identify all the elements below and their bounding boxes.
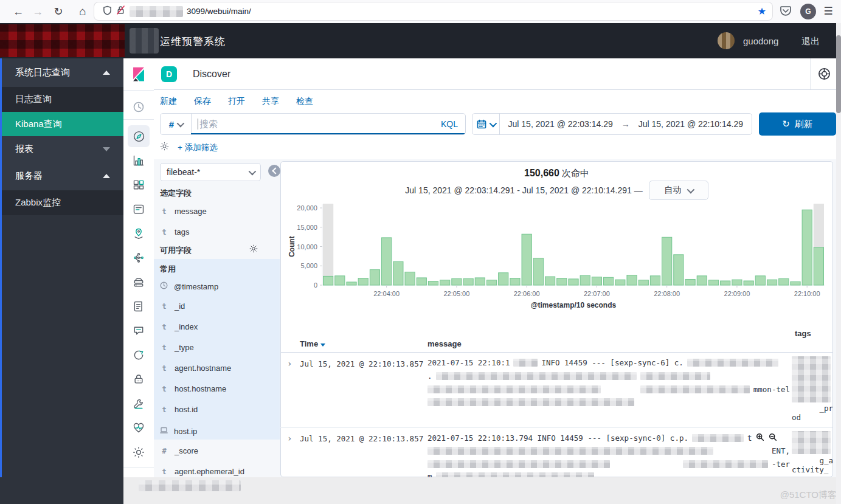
hash-label: # — [169, 119, 174, 129]
histogram-chart[interactable]: 05,00010,00015,00020,00022:04:0022:05:00… — [286, 203, 828, 311]
insecure-lock-icon[interactable] — [117, 5, 125, 17]
clock-icon — [160, 281, 168, 292]
field-item-index[interactable]: t _index — [160, 322, 269, 331]
column-header-time[interactable]: Time — [300, 339, 325, 348]
discover-compass-icon[interactable] — [128, 125, 150, 147]
kql-button[interactable]: KQL — [434, 119, 465, 129]
filter-for-value-icon[interactable] — [756, 433, 764, 443]
kibana-logo[interactable] — [128, 63, 150, 85]
add-filter-button[interactable]: + 添加筛选 — [178, 142, 218, 153]
help-icon[interactable] — [817, 67, 831, 83]
field-item-host-ip[interactable]: host.ip — [160, 426, 269, 437]
dashboard-icon[interactable] — [128, 174, 150, 196]
index-pattern-select[interactable]: filebeat-* — [160, 163, 261, 181]
field-item-message[interactable]: t message — [160, 207, 269, 216]
column-header-message[interactable]: message — [427, 339, 462, 348]
field-item-score[interactable]: # _score — [160, 446, 269, 455]
expand-row-chevron[interactable]: › — [287, 433, 292, 443]
management-gear-icon[interactable] — [128, 441, 150, 463]
sidebar-item-syslog-group[interactable]: 系统日志查询 — [0, 58, 123, 87]
column-header-tags[interactable]: tags — [795, 329, 811, 338]
devtools-wrench-icon[interactable] — [128, 393, 150, 415]
sidebar-item-log-query[interactable]: 日志查询 — [0, 87, 123, 112]
sidebar-item-label: 报表 — [15, 143, 33, 155]
user-avatar[interactable] — [718, 32, 735, 49]
browser-menu-icon[interactable]: ☰ — [820, 0, 837, 23]
filter-bar: + 添加筛选 — [160, 142, 218, 153]
search-input[interactable]: 搜索 — [192, 114, 434, 134]
chart-subtitle-row: Jul 15, 2021 @ 22:03:14.291 - Jul 15, 20… — [280, 181, 833, 200]
chevron-down-icon — [103, 147, 110, 151]
logout-button[interactable]: 退出 — [801, 36, 820, 47]
field-item-host-id[interactable]: t host.id — [160, 405, 269, 414]
bookmark-star-icon[interactable]: ★ — [758, 5, 766, 17]
field-item-type[interactable]: t _type — [160, 343, 269, 352]
browser-reload-button[interactable]: ↻ — [50, 0, 67, 23]
canvas-icon[interactable] — [128, 198, 150, 220]
uptime-icon[interactable] — [128, 344, 150, 366]
expand-row-chevron[interactable]: › — [287, 359, 292, 368]
sidebar-item-label: 系统日志查询 — [15, 67, 70, 78]
header-username[interactable]: guodong — [743, 36, 778, 46]
available-fields-header: 可用字段 — [160, 245, 192, 256]
field-item-host-hostname[interactable]: t host.hostname — [160, 384, 269, 393]
pocket-icon[interactable] — [780, 5, 792, 19]
message-fragment: mmon-tel — [753, 385, 790, 394]
siem-lock-icon[interactable] — [128, 368, 150, 390]
sidebar-item-reports-group[interactable]: 报表 — [0, 136, 123, 162]
browser-home-button[interactable]: ⌂ — [74, 0, 91, 23]
index-pattern-name: filebeat-* — [167, 167, 249, 177]
calendar-dropdown[interactable] — [472, 114, 500, 134]
refresh-label: 刷新 — [795, 119, 813, 130]
browser-back-button[interactable]: ← — [10, 0, 27, 23]
search-placeholder: 搜索 — [199, 119, 218, 130]
field-item-tags[interactable]: t tags — [160, 227, 269, 236]
field-item-agent-ephemeral-id[interactable]: t agent.ephemeral_id — [160, 467, 269, 476]
field-item-id[interactable]: t _id — [160, 302, 269, 311]
sidebar-item-kibana-query[interactable]: Kibana查询 — [0, 112, 123, 136]
metrics-icon[interactable] — [128, 271, 150, 293]
sort-desc-icon — [320, 343, 325, 347]
interval-select[interactable]: 自动 — [649, 181, 708, 200]
svg-text:@timestamp/10 seconds: @timestamp/10 seconds — [531, 301, 617, 309]
site-watermark: @51CTO博客 — [780, 489, 837, 501]
new-button[interactable]: 新建 — [160, 96, 177, 107]
recent-items-icon[interactable] — [128, 96, 150, 118]
stack-monitoring-icon[interactable] — [128, 417, 150, 439]
time-range-start[interactable]: Jul 15, 2021 @ 22:03:14.29 — [500, 119, 621, 129]
chart-range-text: Jul 15, 2021 @ 22:03:14.291 - Jul 15, 20… — [405, 185, 642, 195]
filter-gear-icon[interactable] — [160, 142, 169, 153]
sidebar-item-servers-group[interactable]: 服务器 — [0, 162, 123, 190]
tracking-shield-icon[interactable] — [103, 5, 112, 18]
filter-set-dropdown[interactable]: # — [161, 114, 192, 134]
time-range-picker: Jul 15, 2021 @ 22:03:14.29 → Jul 15, 202… — [472, 113, 752, 135]
refresh-button[interactable]: ↻ 刷新 — [759, 112, 836, 136]
browser-urlbar[interactable]: 3099/webui/main/ ★ — [94, 2, 772, 20]
open-button[interactable]: 打开 — [228, 96, 245, 107]
browser-forward-button[interactable]: → — [29, 0, 46, 23]
svg-text:22:07:00: 22:07:00 — [584, 290, 610, 297]
collapse-sidebar-button[interactable] — [268, 165, 280, 177]
machine-learning-icon[interactable] — [128, 247, 150, 269]
scrollbar-thumb[interactable] — [836, 35, 841, 113]
visualize-icon[interactable] — [128, 150, 150, 171]
save-button[interactable]: 保存 — [194, 96, 211, 107]
breadcrumb: Discover — [193, 69, 230, 80]
field-type-badge: # — [160, 447, 168, 455]
time-range-end[interactable]: Jul 15, 2021 @ 22:10:14.29 — [630, 119, 752, 129]
filter-out-value-icon[interactable] — [769, 433, 777, 443]
field-item-agent-hostname[interactable]: t agent.hostname — [160, 364, 269, 373]
inspect-button[interactable]: 检查 — [296, 96, 313, 107]
apm-icon[interactable] — [128, 320, 150, 342]
field-settings-gear-icon[interactable] — [249, 244, 258, 255]
redacted-host — [130, 6, 183, 17]
logs-icon[interactable] — [128, 295, 150, 317]
browser-account-avatar[interactable]: G — [800, 4, 816, 19]
chevron-up-icon — [103, 174, 110, 178]
field-item-timestamp[interactable]: @timestamp — [160, 281, 269, 292]
sidebar-item-zabbix[interactable]: Zabbix监控 — [0, 190, 123, 215]
tags-fragment: g_a — [792, 456, 833, 465]
share-button[interactable]: 共享 — [262, 96, 279, 107]
maps-icon[interactable] — [128, 223, 150, 244]
ip-icon — [160, 426, 168, 437]
